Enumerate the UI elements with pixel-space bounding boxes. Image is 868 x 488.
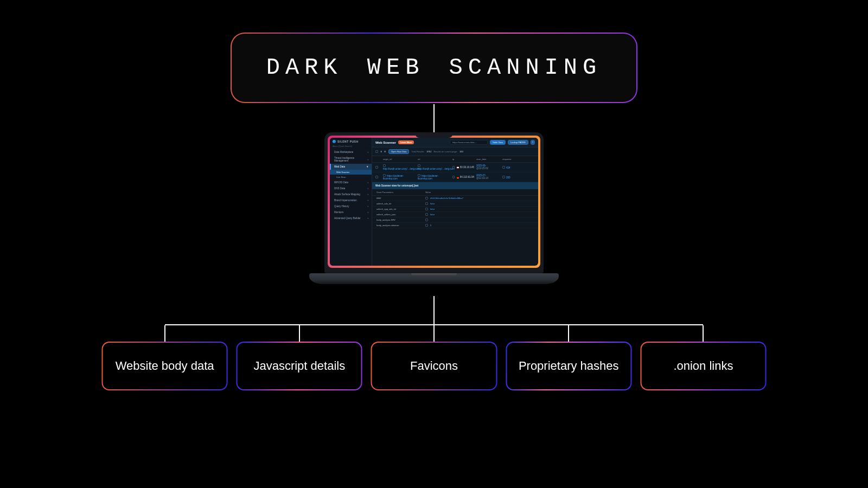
cell: https://podever-ficommp.com bbox=[383, 175, 404, 180]
nav-hint: Menu (Quick Search) bbox=[330, 145, 372, 149]
brand: SILENT PUSH bbox=[330, 138, 372, 145]
cell: https://podever-ficommp.com bbox=[418, 175, 438, 180]
sidebar-item[interactable]: DNS Data› bbox=[330, 185, 372, 191]
feature-label: Favicons bbox=[410, 358, 458, 374]
col-header[interactable]: response bbox=[502, 158, 519, 160]
param-key: adtech_sellers_json bbox=[376, 213, 425, 216]
sidebar-item-label: WHOIS Data bbox=[334, 181, 348, 184]
table-row[interactable]: https://podever-ficommp.com https://pode… bbox=[372, 172, 538, 182]
laptop-illustration: SILENT PUSH Menu (Quick Search) Data Mar… bbox=[309, 132, 559, 284]
sidebar-subitem[interactable]: Live Scan bbox=[330, 175, 372, 179]
sidebar-item[interactable]: Monitors› bbox=[330, 209, 372, 215]
feature-card: Proprietary hashes bbox=[506, 342, 631, 390]
connector-line bbox=[568, 325, 569, 342]
learn-more-button[interactable]: Learn More bbox=[398, 140, 414, 144]
col-header[interactable]: scan_date bbox=[476, 158, 500, 160]
copy-icon[interactable] bbox=[418, 164, 420, 167]
url-input[interactable]: https://www.onion-data-… bbox=[450, 140, 488, 145]
row-checkbox[interactable] bbox=[375, 176, 378, 178]
feature-label: Website body data bbox=[116, 358, 214, 374]
download-icon[interactable]: ⬇ bbox=[380, 150, 382, 153]
toolbar: ⬇ ⚙ Open Raw Data Total Results: 3762 Re… bbox=[372, 147, 538, 156]
feature-card: Favicons bbox=[371, 342, 497, 390]
open-raw-button[interactable]: Open Raw Data bbox=[388, 149, 409, 154]
laptop-notch bbox=[415, 132, 453, 138]
copy-icon[interactable] bbox=[383, 164, 386, 167]
cell: http://torqh.onion.ocry/…/ang.com bbox=[418, 168, 455, 170]
cell: 424 bbox=[506, 166, 510, 169]
sidebar-item-label: Monitors bbox=[334, 211, 343, 214]
row-checkbox[interactable] bbox=[375, 166, 378, 169]
topbar: Web Scanner Learn More https://www.onion… bbox=[372, 138, 538, 147]
connector-line bbox=[164, 325, 165, 342]
feature-label: Proprietary hashes bbox=[519, 358, 619, 374]
copy-icon[interactable] bbox=[425, 197, 428, 200]
copy-icon[interactable] bbox=[425, 208, 428, 210]
copy-icon[interactable] bbox=[452, 166, 455, 169]
sidebar-item[interactable]: Attack Surface Mapping› bbox=[330, 191, 372, 197]
copy-icon[interactable] bbox=[425, 219, 428, 221]
filter-icon[interactable]: ⚙ bbox=[384, 150, 386, 153]
col-header[interactable]: url bbox=[418, 158, 450, 160]
param-header-val: Value bbox=[425, 191, 534, 194]
help-icon[interactable]: ? bbox=[531, 140, 535, 145]
param-val: d9412b6ea8a0c5e7b3bd4e4f8ba7 bbox=[430, 197, 463, 200]
sidebar-item[interactable]: Query History› bbox=[330, 203, 372, 209]
cell: http://torqh.onion.ocry/…/ang.com bbox=[383, 168, 420, 170]
param-row: body_analysis.SHV bbox=[372, 217, 538, 223]
cell: 50.33.10.145 bbox=[460, 166, 474, 169]
sidebar-item-label: Brand Impersonation bbox=[334, 199, 357, 202]
feature-card: Website body data bbox=[102, 342, 228, 390]
param-row: adtech_app_ads_txtfalse bbox=[372, 207, 538, 212]
copy-icon[interactable] bbox=[502, 176, 505, 178]
param-val: false bbox=[430, 208, 435, 210]
flag-us-icon bbox=[457, 166, 459, 169]
copy-icon[interactable] bbox=[425, 224, 428, 227]
total-results-value: 3762 bbox=[426, 150, 431, 153]
sidebar-item[interactable]: Data Marketplace› bbox=[330, 149, 372, 155]
copy-icon[interactable] bbox=[425, 202, 428, 205]
copy-icon[interactable] bbox=[452, 176, 455, 178]
col-header[interactable]: origin_url bbox=[383, 158, 416, 160]
table-row[interactable]: http://torqh.onion.ocry/…/ang.com http:/… bbox=[372, 163, 538, 172]
title-pill: DARK WEB SCANNING bbox=[231, 33, 637, 103]
sidebar-item-label: Web Data bbox=[334, 165, 345, 168]
copy-icon[interactable] bbox=[383, 174, 386, 177]
param-row: adtech_sellers_jsonfalse bbox=[372, 212, 538, 217]
sidebar-item[interactable]: Brand Impersonation› bbox=[330, 197, 372, 203]
detail-panel-title: Web Scanner view for onionvpn[.]net bbox=[372, 182, 538, 189]
sidebar-subitem[interactable]: Web Scanner bbox=[330, 170, 372, 175]
table-view-button[interactable]: Table View bbox=[490, 140, 506, 145]
param-val: false bbox=[430, 213, 435, 216]
select-all-checkbox[interactable] bbox=[375, 150, 378, 153]
param-key: body_analysis.SHV bbox=[376, 219, 425, 221]
cell: @12:33:14 bbox=[476, 177, 500, 180]
brand-logo-icon bbox=[333, 140, 336, 143]
page-title: DARK WEB SCANNING bbox=[266, 55, 602, 81]
page-results-label: Results on current page: bbox=[433, 150, 457, 153]
lookup-button[interactable]: Lookup PADNS bbox=[508, 140, 528, 145]
param-header: Scan Parameters Value bbox=[372, 189, 538, 196]
param-key: body_analysis.adsense bbox=[376, 224, 425, 227]
feature-label: Javascript details bbox=[253, 358, 345, 374]
feature-card: Javascript details bbox=[237, 342, 362, 390]
copy-icon[interactable] bbox=[418, 174, 420, 177]
sidebar: SILENT PUSH Menu (Quick Search) Data Mar… bbox=[330, 138, 372, 266]
copy-icon[interactable] bbox=[502, 166, 505, 169]
cell: @19:25:02 bbox=[476, 168, 500, 170]
col-header[interactable]: ip bbox=[452, 158, 474, 160]
sidebar-item[interactable]: WHOIS Data› bbox=[330, 179, 372, 185]
feature-cards: Website body data Javascript details Fav… bbox=[102, 342, 767, 390]
param-val: 0 bbox=[430, 224, 431, 227]
sidebar-item[interactable]: Advanced Query Builder› bbox=[330, 215, 372, 221]
sidebar-item[interactable]: Web Data▾ bbox=[330, 164, 372, 170]
cell: 94.110.61.94 bbox=[460, 176, 474, 178]
copy-icon[interactable] bbox=[425, 213, 428, 216]
brand-name: SILENT PUSH bbox=[337, 140, 359, 143]
feature-card: .onion links bbox=[640, 342, 766, 390]
param-header-key: Scan Parameters bbox=[376, 191, 425, 194]
connector-line bbox=[433, 325, 435, 342]
sidebar-item[interactable]: Threat Intelligence Management› bbox=[330, 155, 372, 164]
param-key: HHV bbox=[376, 197, 425, 200]
param-key: adtech_ads_txt bbox=[376, 202, 425, 205]
